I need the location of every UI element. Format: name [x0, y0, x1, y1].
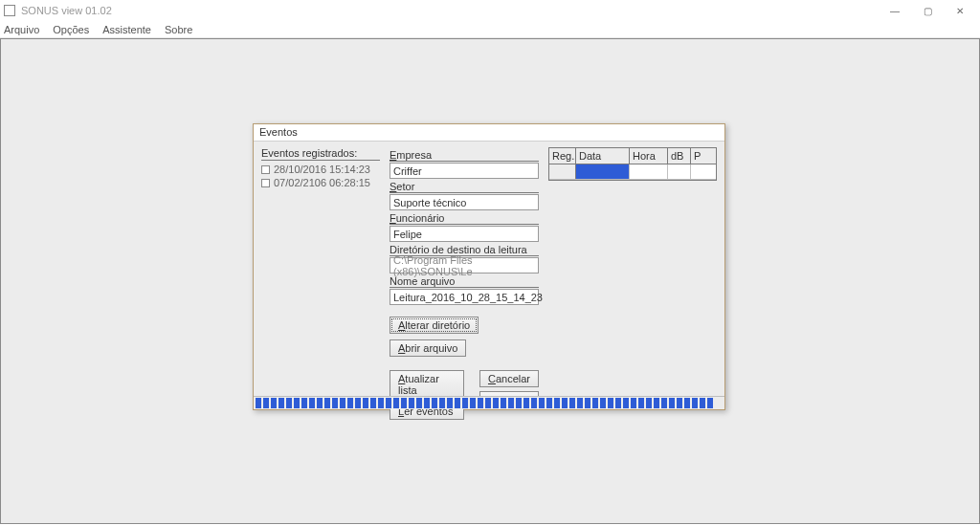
btn-text: ancelar	[496, 373, 530, 384]
col-hora[interactable]: Hora	[630, 148, 668, 164]
menu-opcoes[interactable]: Opções	[53, 24, 89, 35]
menu-sobre[interactable]: Sobre	[165, 24, 192, 35]
cell-hora	[630, 164, 668, 179]
event-datetime: 07/02/2106 06:28:15	[274, 177, 370, 188]
label-text: mpresa	[396, 149, 432, 161]
app-title: SONUS view 01.02	[21, 5, 112, 16]
cell-p	[691, 164, 706, 179]
menu-assistente[interactable]: Assistente	[102, 24, 151, 35]
cell-data-selected[interactable]	[576, 164, 630, 179]
setor-input[interactable]: Suporte técnico	[390, 194, 539, 210]
col-reg[interactable]: Reg.	[549, 148, 576, 164]
menu-arquivo[interactable]: Arquivo	[4, 24, 39, 35]
funcionario-input[interactable]: Felipe	[390, 226, 539, 242]
checkbox-icon[interactable]	[261, 179, 270, 187]
label-text: etor	[396, 181, 414, 192]
setor-label: Setor	[390, 181, 539, 193]
empresa-label: Empresa	[390, 149, 539, 162]
data-grid[interactable]: Reg. Data Hora dB P	[548, 147, 717, 181]
window-controls: — ▢ ✕	[879, 0, 976, 21]
titlebar: SONUS view 01.02 — ▢ ✕	[0, 0, 980, 21]
nome-arquivo-label: Nome arquivo	[390, 275, 539, 288]
app-icon	[4, 5, 15, 16]
abrir-arquivo-button[interactable]: Abrir arquivo	[390, 339, 466, 357]
empresa-input[interactable]: Criffer	[390, 163, 539, 179]
checkbox-icon[interactable]	[261, 165, 270, 174]
grid-column: Reg. Data Hora dB P	[548, 147, 717, 390]
progress-bar	[254, 396, 724, 409]
minimize-button[interactable]: —	[879, 0, 911, 21]
eventos-dialog: Eventos Eventos registrados: 28/10/2016 …	[253, 123, 725, 410]
col-p[interactable]: P	[691, 148, 706, 164]
grid-row[interactable]	[549, 164, 716, 180]
events-column: Eventos registrados: 28/10/2016 15:14:23…	[261, 147, 380, 390]
event-list: 28/10/2016 15:14:23 07/02/2106 06:28:15	[261, 163, 380, 189]
label-text: uncionário	[396, 212, 445, 224]
form-column: Empresa Criffer Setor Suporte técnico Fu…	[390, 147, 539, 390]
col-data[interactable]: Data	[576, 148, 630, 164]
btn-text: brir arquivo	[405, 342, 457, 354]
atualizar-lista-button[interactable]: Atualizar lista	[390, 370, 464, 399]
events-registered-label: Eventos registrados:	[261, 147, 380, 161]
btn-text: lterar diretório	[405, 319, 470, 331]
funcionario-label: Funcionário	[390, 212, 539, 225]
cell-reg	[549, 164, 576, 179]
cancelar-button[interactable]: Cancelar	[479, 370, 539, 387]
menubar: Arquivo Opções Assistente Sobre	[0, 21, 980, 38]
event-item[interactable]: 07/02/2106 06:28:15	[261, 176, 380, 189]
workspace: Eventos Eventos registrados: 28/10/2016 …	[0, 38, 980, 524]
cell-db	[668, 164, 691, 179]
grid-header: Reg. Data Hora dB P	[549, 148, 716, 164]
btn-text: tualizar lista	[398, 373, 439, 396]
diretorio-input: C:\Program Files (x86)\SONUS\Le	[390, 257, 539, 273]
close-button[interactable]: ✕	[944, 0, 976, 21]
alterar-diretorio-button[interactable]: Alterar diretório	[390, 317, 479, 334]
col-db[interactable]: dB	[668, 148, 691, 164]
event-item[interactable]: 28/10/2016 15:14:23	[261, 163, 380, 176]
event-datetime: 28/10/2016 15:14:23	[274, 164, 370, 175]
dialog-title: Eventos	[254, 124, 724, 142]
nome-arquivo-input[interactable]: Leitura_2016_10_28_15_14_23	[390, 289, 539, 305]
maximize-button[interactable]: ▢	[911, 0, 944, 21]
